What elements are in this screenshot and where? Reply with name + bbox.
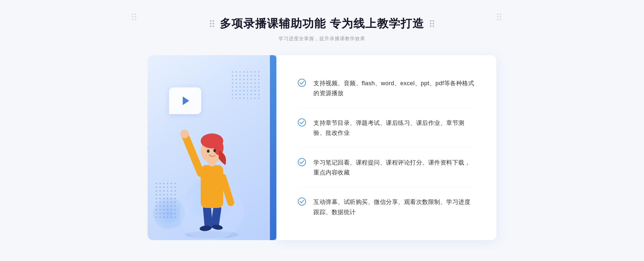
person-illustration bbox=[169, 101, 255, 240]
svg-point-12 bbox=[210, 20, 211, 22]
feature-text-3: 学习笔记回看、课程提问、课程评论打分、课件资料下载，重点内容收藏 bbox=[313, 158, 475, 178]
illustration-dots-grid bbox=[232, 71, 260, 100]
svg-point-13 bbox=[213, 20, 214, 22]
title-decorator-left bbox=[210, 20, 214, 27]
svg-point-6 bbox=[497, 13, 499, 15]
feature-text-4: 互动弹幕、试听购买、微信分享、观看次数限制、学习进度跟踪、数据统计 bbox=[313, 197, 475, 217]
check-icon-4 bbox=[298, 197, 306, 206]
features-panel: 支持视频、音频、flash、word、excel、ppt、pdf等各种格式的资源… bbox=[276, 55, 496, 240]
check-icon-1 bbox=[298, 79, 306, 87]
svg-point-40 bbox=[298, 79, 306, 87]
svg-point-20 bbox=[430, 23, 431, 24]
content-area: »» 支持视频、音频、flash、word、excel、ppt、pdf等各种格式… bbox=[148, 55, 496, 240]
svg-point-22 bbox=[430, 25, 431, 27]
svg-point-11 bbox=[500, 19, 501, 20]
feature-item-1: 支持视频、音频、flash、word、excel、ppt、pdf等各种格式的资源… bbox=[298, 69, 475, 108]
svg-point-7 bbox=[500, 13, 501, 15]
svg-line-31 bbox=[185, 136, 201, 173]
page-wrapper: 多项录播课辅助功能 专为线上教学打造 学习进度全掌握，提升录播课教学效果 bbox=[0, 0, 644, 261]
title-dots-right bbox=[496, 13, 513, 29]
illustration-panel: »» bbox=[148, 55, 276, 240]
feature-item-3: 学习笔记回看、课程提问、课程评论打分、课件资料下载，重点内容收藏 bbox=[298, 148, 475, 188]
svg-point-18 bbox=[430, 20, 431, 22]
blue-accent-bar bbox=[270, 55, 276, 240]
svg-point-17 bbox=[213, 25, 214, 27]
svg-point-23 bbox=[433, 25, 434, 27]
main-title: 多项录播课辅助功能 专为线上教学打造 bbox=[210, 16, 434, 31]
svg-point-19 bbox=[433, 20, 434, 22]
svg-point-0 bbox=[132, 13, 134, 15]
title-dots-left bbox=[131, 13, 148, 29]
check-icon-3 bbox=[298, 158, 306, 166]
feature-item-4: 互动弹幕、试听购买、微信分享、观看次数限制、学习进度跟踪、数据统计 bbox=[298, 187, 475, 227]
svg-point-8 bbox=[497, 16, 499, 18]
svg-point-42 bbox=[298, 158, 306, 166]
feature-text-1: 支持视频、音频、flash、word、excel、ppt、pdf等各种格式的资源… bbox=[313, 78, 475, 98]
svg-point-14 bbox=[210, 23, 211, 24]
feature-item-2: 支持章节目录、弹题考试、课后练习、课后作业、章节测验、批改作业 bbox=[298, 108, 475, 148]
svg-point-10 bbox=[497, 19, 499, 20]
svg-point-1 bbox=[135, 13, 136, 15]
subtitle: 学习进度全掌握，提升录播课教学效果 bbox=[210, 35, 434, 42]
svg-point-21 bbox=[433, 23, 434, 24]
svg-point-3 bbox=[135, 16, 136, 18]
svg-point-15 bbox=[213, 23, 214, 24]
svg-point-38 bbox=[207, 150, 210, 153]
svg-point-41 bbox=[298, 119, 306, 126]
feature-text-2: 支持章节目录、弹题考试、课后练习、课后作业、章节测验、批改作业 bbox=[313, 118, 475, 138]
svg-point-4 bbox=[132, 19, 134, 20]
svg-point-43 bbox=[298, 198, 306, 205]
svg-point-5 bbox=[135, 19, 136, 20]
header-section: 多项录播课辅助功能 专为线上教学打造 学习进度全掌握，提升录播课教学效果 bbox=[210, 16, 434, 42]
svg-point-9 bbox=[500, 16, 501, 18]
svg-point-39 bbox=[213, 149, 216, 152]
svg-point-33 bbox=[180, 130, 189, 138]
title-decorator-right bbox=[430, 20, 434, 27]
check-icon-2 bbox=[298, 118, 306, 126]
svg-point-2 bbox=[132, 16, 134, 18]
svg-point-16 bbox=[210, 25, 211, 27]
